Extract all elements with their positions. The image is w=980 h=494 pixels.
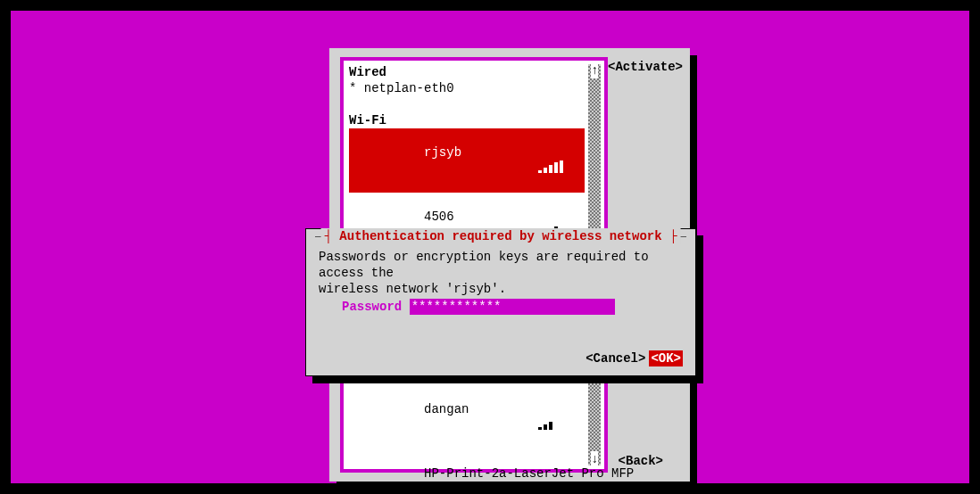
wifi-ssid: 4506 [409, 210, 453, 224]
section-wifi-header: Wi-Fi [349, 112, 585, 128]
dialog-body: Passwords or encryption keys are require… [319, 249, 683, 297]
wifi-ssid: rjsyb [409, 145, 461, 160]
blank-row [349, 96, 585, 112]
dialog-text-line: Passwords or encryption keys are require… [319, 249, 683, 281]
dialog-buttons: <Cancel> <OK> [586, 350, 683, 366]
list-item-selected[interactable]: rjsyb [349, 128, 585, 193]
signal-icon [538, 161, 563, 173]
section-wired-header: Wired [349, 64, 585, 80]
password-row: Password ************ [342, 299, 615, 315]
cancel-button[interactable]: <Cancel> [586, 350, 645, 366]
activate-button[interactable]: <Activate> [608, 59, 683, 75]
dialog-title: ┤ Authentication required by wireless ne… [321, 228, 681, 244]
list-item[interactable]: * netplan-eth0 [349, 80, 585, 96]
dialog-text-line: wireless network 'rjsyb'. [319, 281, 683, 297]
wifi-ssid: dangan [409, 402, 469, 416]
wifi-ssid: HP-Print-2a-LaserJet Pro MFP [409, 466, 634, 481]
ok-button[interactable]: <OK> [649, 350, 683, 366]
password-input[interactable]: ************ [410, 299, 615, 315]
signal-icon [538, 482, 563, 494]
list-item[interactable]: dangan [349, 385, 585, 449]
auth-dialog: ┤ Authentication required by wireless ne… [305, 228, 696, 376]
signal-icon [538, 417, 563, 430]
list-item[interactable]: HP-Print-2a-LaserJet Pro MFP [349, 449, 585, 494]
password-label: Password [342, 300, 402, 314]
